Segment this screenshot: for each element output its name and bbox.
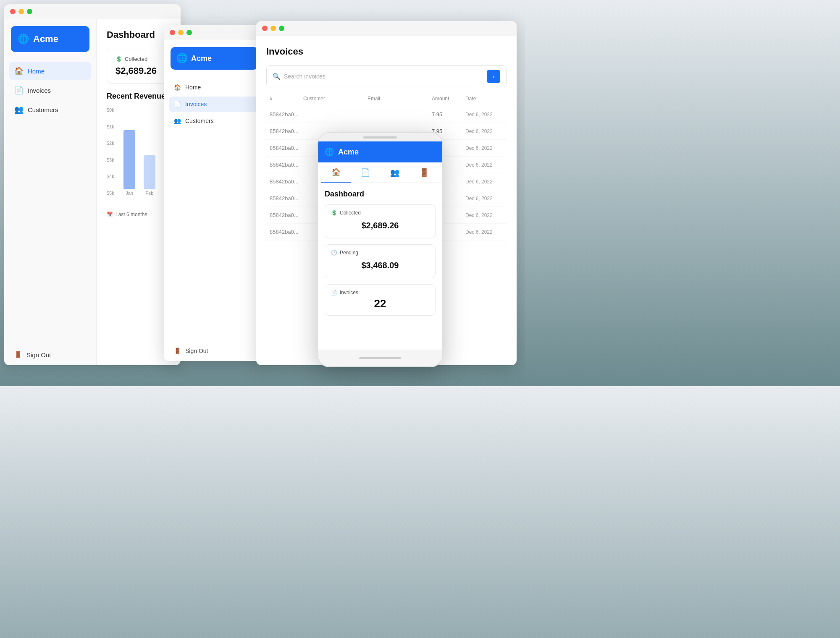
mobile-tab-invoices[interactable]: 📄 (351, 162, 380, 183)
cell-date: Dec 6, 2022 (465, 229, 503, 235)
invoices-icon-mid: 📄 (174, 101, 181, 107)
mobile-collected-value: $2,689.26 (331, 218, 429, 233)
maximize-dot[interactable] (27, 9, 32, 14)
search-button[interactable]: › (487, 70, 500, 83)
cell-date: Dec 6, 2022 (465, 162, 503, 168)
sidebar-item-home[interactable]: 🏠 Home (9, 62, 91, 80)
search-bar[interactable]: 🔍 Search invoices › (266, 65, 507, 87)
minimize-dot-mid[interactable] (178, 30, 184, 35)
window-mobile: 🌐 Acme 🏠 📄 👥 🚪 Dashboard 💲 Collected $2,… (317, 132, 443, 367)
globe-icon-back: 🌐 (18, 34, 29, 44)
home-icon-mid: 🏠 (174, 84, 181, 91)
cell-amount: 7.95 (432, 128, 465, 134)
sidebar-item-invoices-label: Invoices (28, 87, 51, 94)
cell-hash: 85842ba0... (270, 162, 303, 168)
close-dot-mid[interactable] (170, 30, 175, 35)
cell-hash: 85842ba0... (270, 111, 303, 118)
mobile-invoices-label: 📄 Invoices (331, 290, 429, 295)
mobile-header: 🌐 Acme (318, 141, 442, 162)
mobile-tab-signout[interactable]: 🚪 (410, 162, 439, 183)
nav-back: 🏠 Home 📄 Invoices 👥 Customers (4, 59, 96, 344)
chart-bar-feb: Feb (144, 155, 155, 196)
cell-amount: 7.95 (432, 111, 465, 118)
cell-date: Dec 6, 2022 (465, 179, 503, 185)
col-amount: Amount (432, 96, 465, 102)
maximize-dot-mid[interactable] (186, 30, 192, 35)
mobile-pending-value: $3,468.09 (331, 258, 429, 273)
home-indicator (359, 357, 401, 359)
mobile-dashboard-title: Dashboard (325, 190, 436, 199)
cell-date: Dec 6, 2022 (465, 112, 503, 118)
titlebar-mid (164, 25, 265, 40)
cell-hash: 85842ba0... (270, 178, 303, 185)
chart-y-labels: $5k $4k $3k $2k $1k $0k (107, 107, 121, 196)
sidebar-item-customers-label: Customers (28, 106, 58, 113)
col-email: Email (368, 96, 432, 102)
globe-icon-mid: 🌐 (176, 53, 188, 64)
chart-bar-jan: Jan (123, 130, 135, 196)
customers-icon: 👥 (14, 105, 24, 114)
logo-text-back: Acme (33, 34, 58, 44)
signout-icon-mid: 🚪 (174, 348, 181, 354)
mobile-invoices-count: 22 (331, 297, 429, 310)
table-header: # Customer Email Amount Date (266, 96, 507, 106)
home-label-mid: Home (185, 84, 201, 91)
cell-date: Dec 6, 2022 (465, 145, 503, 151)
logo-mid: 🌐 Acme (171, 47, 258, 70)
minimize-dot[interactable] (18, 9, 24, 14)
mobile-invoices-card: 📄 Invoices 22 (325, 284, 436, 316)
sidebar-mid: 🌐 Acme 🏠 Home 📄 Invoices 👥 Customers 🚪 S… (164, 40, 265, 361)
mobile-pending-label: 🕐 Pending (331, 250, 429, 256)
dollar-circle-icon: 💲 (116, 56, 122, 62)
invoices-icon: 📄 (14, 86, 24, 95)
cell-date: Dec 6, 2022 (465, 128, 503, 134)
invoices-title: Invoices (266, 46, 507, 57)
customers-icon-mid: 👥 (174, 118, 181, 124)
home-icon: 🏠 (14, 66, 24, 76)
globe-icon-mobile: 🌐 (325, 147, 334, 157)
mobile-tab-customers[interactable]: 👥 (380, 162, 410, 183)
col-customer: Customer (303, 96, 368, 102)
revenue-chart: $5k $4k $3k $2k $1k $0k Jan Feb (107, 107, 171, 208)
maximize-dot-inv[interactable] (279, 26, 284, 31)
cell-date: Dec 6, 2022 (465, 196, 503, 201)
table-row[interactable]: 85842ba0... 7.95 Dec 6, 2022 (266, 106, 507, 123)
cell-hash: 85842ba0... (270, 212, 303, 218)
notch-bar (363, 136, 397, 139)
cell-hash: 85842ba0... (270, 229, 303, 235)
col-date: Date (465, 96, 503, 102)
signout-back[interactable]: 🚪 Sign Out (4, 344, 96, 365)
customers-label-mid: Customers (185, 118, 214, 124)
dashboard-title: Dashboard (107, 29, 171, 40)
doc-icon-mobile: 📄 (331, 290, 337, 295)
cell-hash: 85842ba0... (270, 145, 303, 151)
sidebar-mid-invoices[interactable]: 📄 Invoices (169, 97, 260, 112)
logo-back: 🌐 Acme (11, 26, 89, 52)
mobile-tab-home[interactable]: 🏠 (321, 162, 351, 183)
search-icon: 🔍 (273, 73, 281, 80)
nav-mid: 🏠 Home 📄 Invoices 👥 Customers (164, 76, 265, 341)
mobile-bottom-bar (318, 350, 442, 366)
cell-date: Dec 6, 2022 (465, 212, 503, 218)
search-input[interactable]: Search invoices (284, 73, 483, 80)
sidebar-mid-home[interactable]: 🏠 Home (169, 80, 260, 95)
titlebar-invoices (256, 21, 517, 36)
mobile-tabs: 🏠 📄 👥 🚪 (318, 162, 442, 183)
bar-feb (144, 155, 155, 189)
sidebar-item-invoices[interactable]: 📄 Invoices (9, 81, 91, 99)
window-tablet-mid: 🌐 Acme 🏠 Home 📄 Invoices 👥 Customers 🚪 S… (164, 25, 265, 361)
minimize-dot-inv[interactable] (270, 26, 276, 31)
cell-hash: 85842ba0... (270, 128, 303, 134)
sidebar-item-customers[interactable]: 👥 Customers (9, 101, 91, 118)
mobile-content: Dashboard 💲 Collected $2,689.26 🕐 Pendin… (318, 183, 442, 367)
sidebar-mid-customers[interactable]: 👥 Customers (169, 113, 260, 128)
cell-hash: 85842ba0... (270, 195, 303, 201)
sidebar-back: 🌐 Acme 🏠 Home 📄 Invoices 👥 Customers 🚪 S… (4, 19, 97, 365)
signout-icon-back: 🚪 (14, 351, 22, 358)
close-dot[interactable] (10, 9, 16, 14)
chart-footer: 📅 Last 6 months (107, 212, 171, 217)
signout-mid[interactable]: 🚪 Sign Out (164, 341, 265, 361)
close-dot-inv[interactable] (262, 26, 268, 31)
dollar-icon-mobile: 💲 (331, 210, 337, 216)
mobile-collected-label: 💲 Collected (331, 210, 429, 216)
